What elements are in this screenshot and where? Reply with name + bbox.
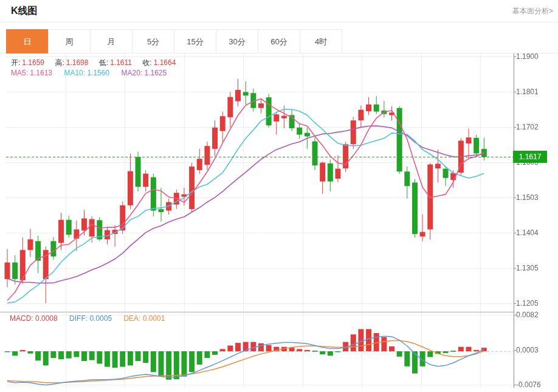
macd-legend: MACD: 0.0008 DIFF: 0.0005 DEA: 0.0001	[10, 314, 174, 323]
price-axis-label: 1.1900	[516, 52, 539, 61]
open-value: 1.1659	[22, 58, 44, 67]
close-value: 1.1664	[154, 58, 176, 67]
macd-value-legend: MACD: 0.0008	[10, 314, 58, 323]
macd-axis-label: 0.0082	[516, 311, 539, 319]
high-value: 1.1698	[66, 58, 89, 67]
dea-value-legend: DEA: 0.0001	[123, 314, 165, 323]
close-label: 收:	[142, 58, 151, 67]
price-axis-label: 1.1205	[516, 299, 539, 308]
current-price-badge: 1.1617	[513, 151, 547, 163]
diff-value-legend: DIFF: 0.0005	[69, 314, 112, 323]
tab-day[interactable]: 日	[6, 29, 49, 53]
ma5-legend: MA5: 1.1613	[11, 69, 52, 77]
tab-5min[interactable]: 5分	[132, 29, 174, 53]
tab-4hour[interactable]: 4时	[300, 29, 342, 53]
tab-week[interactable]: 周	[48, 29, 91, 53]
high-label: 高:	[55, 58, 64, 67]
price-axis-label: 1.1404	[516, 229, 539, 237]
macd-axis-label: -0.0076	[516, 380, 541, 389]
price-axis-label: 1.1801	[516, 88, 539, 96]
low-value: 1.1611	[110, 58, 132, 67]
open-label: 开:	[11, 58, 20, 67]
tab-15min[interactable]: 15分	[174, 29, 216, 53]
ma20-legend: MA20: 1.1625	[121, 69, 167, 77]
tab-month[interactable]: 月	[90, 29, 133, 53]
price-axis-label: 1.1702	[516, 123, 539, 131]
tab-60min[interactable]: 60分	[258, 29, 300, 53]
tab-30min[interactable]: 30分	[216, 29, 258, 53]
macd-axis-label: 0.0003	[516, 346, 539, 354]
ma-legend: MA5: 1.1613 MA10: 1.1560 MA20: 1.1625	[11, 69, 176, 77]
ma10-legend: MA10: 1.1560	[64, 69, 109, 77]
ohlc-header: 开:1.1659 高:1.1698 低:1.1611 收:1.1664	[11, 58, 184, 68]
price-axis-label: 1.1503	[516, 193, 539, 202]
period-tabs: 日 周 月 5分 15分 30分 60分 4时	[6, 29, 342, 53]
low-label: 低:	[99, 58, 108, 67]
price-axis-label: 1.1305	[516, 264, 539, 272]
